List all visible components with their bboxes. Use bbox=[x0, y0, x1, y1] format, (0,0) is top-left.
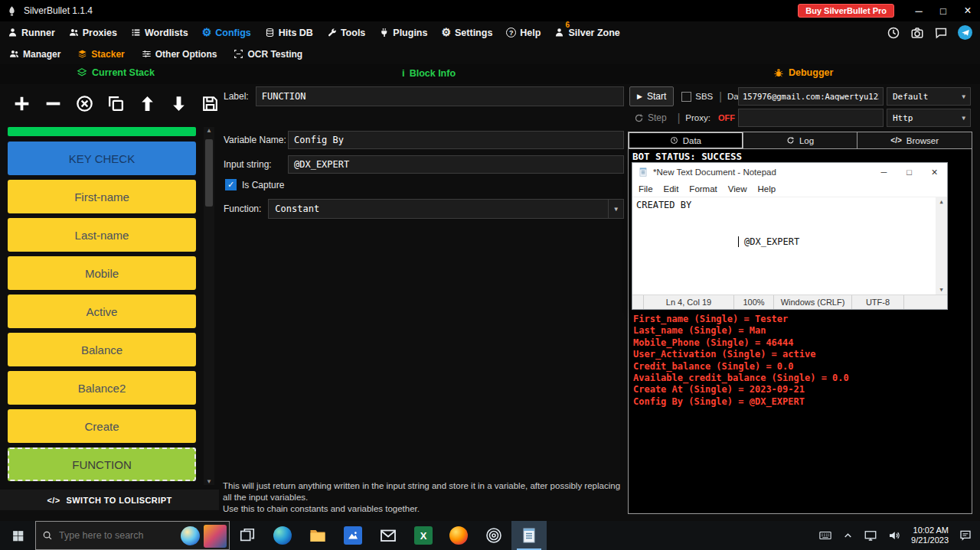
tab-log[interactable]: Log bbox=[743, 132, 858, 148]
minimize-icon[interactable]: ─ bbox=[906, 0, 931, 21]
stack-block[interactable]: Create bbox=[8, 409, 196, 443]
scroll-down-icon[interactable]: ▼ bbox=[206, 478, 212, 485]
tab-ocr-testing[interactable]: OCR Testing bbox=[234, 49, 302, 60]
input-string-input[interactable] bbox=[288, 155, 624, 174]
telegram-icon[interactable] bbox=[958, 25, 972, 40]
rings-app-icon bbox=[485, 526, 503, 545]
scroll-down-icon[interactable]: ▼ bbox=[939, 287, 942, 293]
network-icon[interactable] bbox=[864, 529, 877, 542]
notepad-minimize-icon[interactable]: ─ bbox=[871, 163, 897, 181]
move-up-button[interactable] bbox=[138, 94, 157, 113]
tab-manager[interactable]: Manager bbox=[9, 49, 60, 60]
stack-block-selected[interactable]: FUNCTION bbox=[8, 447, 196, 481]
tray-expand-chevron-icon[interactable] bbox=[842, 530, 854, 542]
is-capture-checkbox[interactable]: ✓ bbox=[225, 179, 237, 190]
menu-proxies[interactable]: Proxies bbox=[69, 28, 117, 38]
taskbar-clock[interactable]: 10:02 AM 9/21/2023 bbox=[911, 526, 949, 545]
tab-stacker[interactable]: Stacker bbox=[77, 49, 124, 60]
taskbar-app-mail[interactable] bbox=[371, 521, 406, 550]
scroll-up-icon[interactable]: ▲ bbox=[206, 127, 212, 134]
sbs-checkbox[interactable] bbox=[681, 92, 691, 102]
notepad-maximize-icon[interactable]: □ bbox=[897, 163, 922, 181]
tab-data[interactable]: Data bbox=[629, 132, 743, 148]
app-title: SilverBullet 1.1.4 bbox=[24, 5, 93, 16]
notepad-titlebar[interactable]: *New Text Document - Notepad ─ □ × bbox=[632, 163, 947, 181]
touch-keyboard-icon[interactable] bbox=[818, 529, 832, 542]
proxy-input[interactable] bbox=[738, 109, 884, 127]
menu-help[interactable]: ? Help bbox=[506, 28, 541, 38]
remove-block-button[interactable] bbox=[44, 94, 63, 113]
notepad-menu-file[interactable]: File bbox=[639, 184, 653, 194]
start-button-windows[interactable] bbox=[0, 521, 35, 550]
disable-block-button[interactable] bbox=[75, 94, 94, 113]
wordlist-type-select[interactable]: Default ▼ bbox=[887, 87, 971, 106]
function-select[interactable]: Constant ▼ bbox=[268, 199, 624, 219]
maximize-icon[interactable]: □ bbox=[931, 0, 956, 21]
menu-silver-zone[interactable]: 6 Silver Zone bbox=[554, 28, 619, 38]
stack-block[interactable]: KEY CHECK bbox=[8, 142, 196, 175]
menu-plugins[interactable]: Plugins bbox=[379, 28, 427, 38]
search-input[interactable] bbox=[59, 530, 158, 541]
taskbar-app-edge[interactable] bbox=[265, 521, 300, 550]
start-button[interactable]: ▶ Start bbox=[629, 86, 674, 106]
notepad-text-area[interactable]: CREATED BY @DX_EXPERT ▲ ▼ bbox=[632, 197, 947, 295]
menu-wordlists[interactable]: Wordlists bbox=[131, 28, 188, 38]
menu-hits-db[interactable]: Hits DB bbox=[265, 28, 313, 38]
notepad-menu-format[interactable]: Format bbox=[689, 184, 717, 194]
taskbar-app-excel[interactable]: X bbox=[406, 521, 441, 550]
code-icon: </> bbox=[47, 496, 60, 505]
is-capture-label: Is Capture bbox=[242, 180, 284, 190]
notification-center-icon[interactable] bbox=[959, 529, 972, 542]
taskbar-search[interactable] bbox=[35, 521, 230, 550]
taskbar-app-firefox[interactable] bbox=[441, 521, 476, 550]
stack-block[interactable]: Mobile bbox=[8, 256, 196, 290]
menu-runner[interactable]: Runner bbox=[8, 28, 55, 38]
step-button[interactable]: Step bbox=[629, 112, 671, 123]
step-refresh-icon bbox=[634, 113, 644, 123]
stack-block-partial[interactable] bbox=[8, 127, 196, 136]
move-down-button[interactable] bbox=[169, 94, 188, 113]
tab-other-options[interactable]: Other Options bbox=[142, 49, 217, 60]
chat-icon[interactable] bbox=[934, 26, 948, 40]
menu-tools[interactable]: Tools bbox=[327, 28, 365, 38]
data-tab-icon bbox=[670, 136, 678, 145]
search-promo-image[interactable] bbox=[204, 525, 227, 548]
taskbar-app-photos[interactable] bbox=[335, 521, 371, 550]
stack-block[interactable]: First-name bbox=[8, 180, 196, 213]
stack-scrollbar[interactable]: ▲ ▼ bbox=[204, 127, 214, 485]
taskbar-app-notepad[interactable] bbox=[511, 521, 547, 550]
switch-to-loliscript-button[interactable]: </> SWITCH TO LOLISCRIPT bbox=[0, 490, 219, 510]
variable-name-input[interactable] bbox=[288, 131, 624, 149]
scrollbar-thumb[interactable] bbox=[205, 139, 213, 207]
proxy-status-badge[interactable]: OFF bbox=[718, 113, 735, 122]
notepad-menu-view[interactable]: View bbox=[728, 184, 747, 194]
history-icon[interactable] bbox=[887, 26, 900, 40]
block-label-input[interactable] bbox=[256, 86, 624, 106]
taskbar-app-rings[interactable] bbox=[476, 521, 511, 550]
scroll-up-icon[interactable]: ▲ bbox=[939, 199, 942, 205]
search-highlight-icon[interactable] bbox=[181, 526, 200, 545]
menu-settings[interactable]: ⚙ Settings bbox=[441, 28, 492, 38]
volume-icon[interactable] bbox=[887, 529, 901, 542]
notepad-menu-help[interactable]: Help bbox=[758, 184, 776, 194]
menu-configs[interactable]: ⚙ Configs bbox=[202, 28, 251, 38]
notepad-close-icon[interactable]: × bbox=[922, 163, 947, 181]
notepad-scrollbar[interactable]: ▲ ▼ bbox=[936, 197, 947, 295]
proxy-type-select[interactable]: Http ▼ bbox=[887, 109, 971, 127]
stack-block[interactable]: Balance2 bbox=[8, 371, 196, 405]
save-config-button[interactable] bbox=[201, 94, 220, 113]
notepad-menu-edit[interactable]: Edit bbox=[664, 184, 679, 194]
add-block-button[interactable] bbox=[12, 94, 31, 113]
task-view-button[interactable] bbox=[230, 521, 265, 550]
taskbar-app-explorer[interactable] bbox=[300, 521, 335, 550]
close-icon[interactable]: × bbox=[956, 0, 980, 21]
stack-block[interactable]: Active bbox=[8, 295, 196, 328]
tab-browser[interactable]: </> Browser bbox=[858, 132, 972, 148]
buy-pro-button[interactable]: Buy SilverBullet Pro bbox=[798, 4, 894, 18]
proxy-caption: Proxy: bbox=[685, 113, 710, 122]
stack-block[interactable]: Balance bbox=[8, 333, 196, 366]
stack-block[interactable]: Last-name bbox=[8, 218, 196, 252]
debug-data-input[interactable] bbox=[738, 87, 884, 106]
clone-block-button[interactable] bbox=[106, 94, 126, 113]
screenshot-icon[interactable] bbox=[910, 26, 924, 40]
